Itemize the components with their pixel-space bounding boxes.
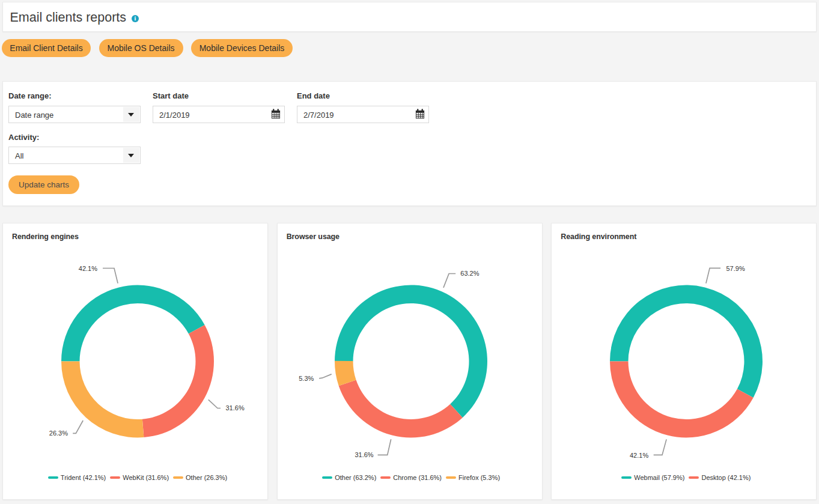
svg-text:31.6%: 31.6% (355, 451, 374, 458)
svg-text:31.6%: 31.6% (226, 404, 245, 411)
svg-text:63.2%: 63.2% (460, 270, 479, 277)
svg-text:42.1%: 42.1% (79, 265, 97, 272)
svg-text:57.9%: 57.9% (726, 265, 744, 272)
svg-text:5.3%: 5.3% (299, 375, 314, 382)
svg-text:26.3%: 26.3% (49, 430, 68, 437)
svg-text:42.1%: 42.1% (630, 452, 648, 459)
